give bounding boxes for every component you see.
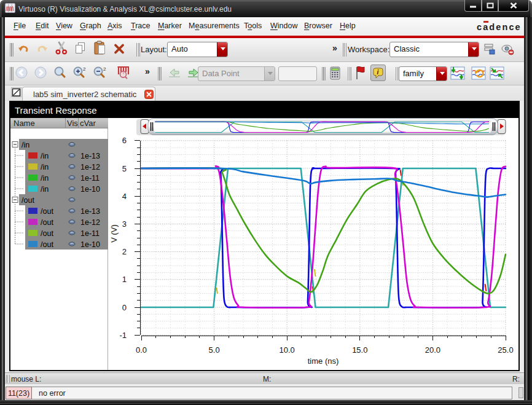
svg-text:/in: /in [41,174,49,183]
svg-text:time (ns): time (ns) [308,356,339,366]
svg-text:/out: /out [41,229,53,238]
svg-text:1e-10: 1e-10 [80,185,100,194]
svg-text:1e-13: 1e-13 [80,152,100,160]
svg-text:/out: /out [41,240,53,249]
svg-text:15.0: 15.0 [352,345,367,355]
svg-text:1e-13: 1e-13 [80,207,100,216]
svg-text:4: 4 [122,192,127,201]
svg-text:2: 2 [122,247,127,256]
svg-text:1e-10: 1e-10 [80,240,100,249]
svg-text:1: 1 [122,275,127,284]
svg-text:3: 3 [122,219,127,229]
svg-text:/out: /out [41,207,53,216]
svg-text:V (V): V (V) [109,224,119,243]
svg-text:1e-12: 1e-12 [80,163,100,171]
svg-text:5.0: 5.0 [209,345,220,355]
svg-text:1e-11: 1e-11 [80,174,100,183]
svg-text:-1: -1 [119,331,127,340]
svg-text:20.0: 20.0 [425,345,440,355]
svg-text:/out: /out [41,218,53,227]
svg-text:1e-12: 1e-12 [80,218,100,227]
svg-text:6: 6 [122,136,127,145]
svg-text:/in: /in [22,141,29,149]
svg-text:/out: /out [22,196,34,205]
svg-text:/in: /in [41,163,49,171]
svg-text:/in: /in [41,152,49,160]
svg-text:1e-11: 1e-11 [80,229,100,238]
svg-text:/in: /in [41,185,49,194]
svg-text:25.0: 25.0 [498,345,513,355]
svg-text:5: 5 [122,164,127,173]
svg-text:0.0: 0.0 [136,345,147,355]
svg-text:0: 0 [122,303,127,312]
svg-text:10.0: 10.0 [280,345,295,355]
